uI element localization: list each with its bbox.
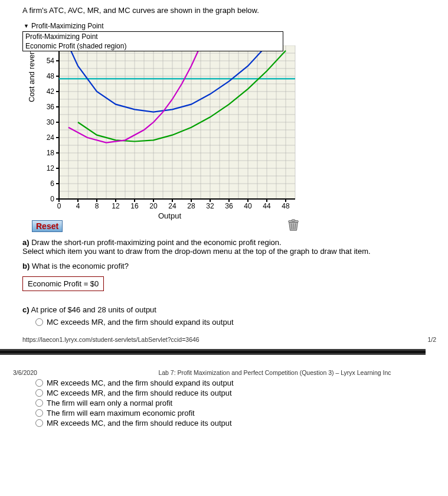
svg-text:8: 8: [95, 202, 99, 210]
svg-rect-97: [292, 220, 295, 221]
svg-text:30: 30: [47, 118, 55, 126]
part-a-line1: Draw the short-run profit-maximizing poi…: [31, 238, 281, 247]
part-c-prompt: At price of $46 and 28 units of output: [31, 305, 156, 314]
page-date: 3/6/2020: [13, 369, 113, 376]
svg-text:48: 48: [47, 72, 55, 80]
radio-c2[interactable]: [35, 379, 43, 387]
option-label: The firm will earn only a normal profit: [47, 399, 172, 407]
svg-text:20: 20: [149, 202, 158, 210]
chart-container: Cost and revenues Output MR AVC MC 04812…: [22, 31, 306, 232]
svg-text:16: 16: [130, 202, 139, 210]
option-row[interactable]: MC exceeds MR, and the firm should reduc…: [35, 389, 448, 397]
economic-profit-box[interactable]: Economic Profit = $0: [22, 276, 104, 291]
page-divider: [0, 349, 426, 355]
trash-icon[interactable]: [287, 218, 300, 232]
intro-text: A firm's ATC, AVC, MR, and MC curves are…: [22, 6, 448, 15]
option-row[interactable]: The firm will earn only a normal profit: [35, 399, 448, 407]
radio-c5[interactable]: [35, 409, 43, 417]
option-row[interactable]: MC exceeds MR, and the firm should expan…: [35, 318, 448, 327]
part-b-prompt: What is the economic profit?: [32, 262, 129, 270]
svg-text:28: 28: [187, 202, 195, 210]
option-label: MC exceeds MR, and the firm should reduc…: [47, 389, 232, 397]
reset-button[interactable]: Reset: [32, 220, 63, 232]
radio-c3[interactable]: [35, 389, 43, 397]
svg-text:18: 18: [47, 149, 55, 157]
drawmode-option[interactable]: Economic Profit (shaded region): [23, 41, 283, 51]
part-c: c) At price of $46 and 28 units of outpu…: [22, 305, 448, 314]
radio-c1[interactable]: [35, 318, 43, 326]
part-b: b) What is the economic profit?: [22, 262, 448, 270]
svg-text:6: 6: [50, 180, 54, 188]
svg-text:12: 12: [47, 164, 55, 172]
page-url: https://laecon1.lyryx.com/student-servle…: [22, 336, 200, 343]
drawmode-option[interactable]: Profit-Maximizing Point: [23, 32, 283, 41]
drawmode-dropdown-toggle[interactable]: ▼ Profit-Maximizing Point: [22, 22, 105, 30]
radio-c6[interactable]: [35, 419, 43, 427]
caret-down-icon: ▼: [24, 23, 29, 29]
drawmode-dropdown-list[interactable]: Profit-Maximizing Point Economic Profit …: [22, 31, 283, 51]
chart-svg: 04812162024283236404448 0612182430364248…: [22, 45, 306, 229]
part-b-label: b): [22, 262, 30, 270]
svg-text:48: 48: [282, 202, 290, 210]
page-title: Lab 7: Profit Maximization and Perfect C…: [113, 369, 436, 376]
svg-text:0: 0: [57, 202, 61, 210]
svg-text:0: 0: [50, 195, 54, 203]
svg-text:42: 42: [47, 87, 55, 96]
option-row[interactable]: MR exceeds MC, and the firm should expan…: [35, 378, 448, 387]
svg-text:24: 24: [168, 202, 176, 210]
part-c-label: c): [22, 305, 30, 314]
part-a-line2: Select which item you want to draw from …: [22, 247, 371, 256]
part-a: a) Draw the short-run profit-maximizing …: [22, 238, 448, 256]
part-a-label: a): [22, 238, 30, 247]
svg-text:36: 36: [225, 202, 233, 210]
option-row[interactable]: The firm will earn maximum economic prof…: [35, 409, 448, 417]
option-label: MC exceeds MR, and the firm should expan…: [47, 318, 234, 327]
svg-text:32: 32: [206, 202, 214, 210]
drawmode-selected: Profit-Maximizing Point: [31, 22, 104, 30]
radio-c4[interactable]: [35, 399, 43, 407]
option-label: MR exceeds MC, and the firm should expan…: [47, 378, 234, 387]
svg-text:40: 40: [244, 202, 252, 210]
option-row[interactable]: MR exceeds MC, and the firm should reduc…: [35, 419, 448, 428]
svg-text:44: 44: [263, 202, 271, 210]
svg-text:12: 12: [112, 202, 120, 210]
svg-text:4: 4: [76, 202, 80, 210]
svg-text:24: 24: [47, 133, 55, 142]
option-label: The firm will earn maximum economic prof…: [47, 409, 195, 417]
option-label: MR exceeds MC, and the firm should reduc…: [47, 419, 232, 428]
svg-text:36: 36: [47, 103, 55, 111]
page-number: 1/2: [427, 336, 436, 343]
svg-text:54: 54: [47, 57, 55, 65]
